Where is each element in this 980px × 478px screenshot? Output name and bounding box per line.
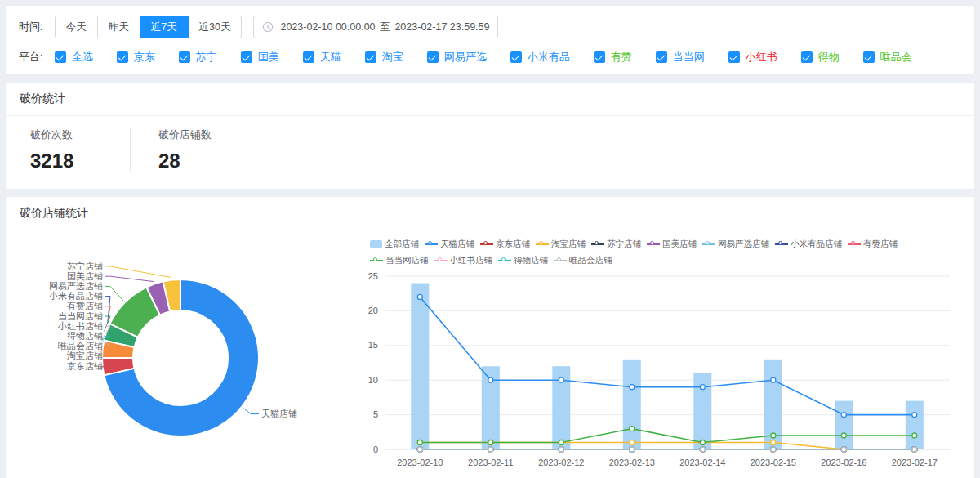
shop-distribution-donut-chart: 苏宁店铺国美店铺网易严选店铺小米有品店铺有赞店铺当当网店铺小红书店铺得物店铺唯品… xyxy=(9,234,352,476)
line-marker[interactable] xyxy=(841,413,846,418)
line-marker[interactable] xyxy=(630,427,635,431)
donut-chart-canvas: 苏宁店铺国美店铺网易严选店铺小米有品店铺有赞店铺当当网店铺小红书店铺得物店铺唯品… xyxy=(9,234,352,472)
platform-checkbox-item-0[interactable]: 全选 xyxy=(55,50,93,65)
platform-label: 网易严选 xyxy=(444,50,487,65)
y-axis-tick-label: 15 xyxy=(368,340,378,350)
legend-dot-icon xyxy=(706,241,710,245)
date-end-value[interactable]: 2023-02-17 23:59:59 xyxy=(394,21,489,33)
checkbox-checked-icon[interactable] xyxy=(241,51,252,63)
line-marker[interactable] xyxy=(488,440,493,445)
date-start-value[interactable]: 2023-02-10 00:00:00 xyxy=(280,21,375,33)
legend-item-1[interactable]: 天猫店铺 xyxy=(425,239,474,250)
y-axis-tick-label: 5 xyxy=(373,409,378,419)
checkbox-checked-icon[interactable] xyxy=(179,51,190,63)
stat-value: 28 xyxy=(158,150,212,172)
x-axis-tick-label: 2023-02-13 xyxy=(609,458,655,467)
line-marker[interactable] xyxy=(559,447,564,452)
checkbox-checked-icon[interactable] xyxy=(303,51,314,63)
line-marker[interactable] xyxy=(417,440,422,445)
platform-checkbox-item-12[interactable]: 唯品会 xyxy=(863,50,912,65)
line-marker[interactable] xyxy=(630,385,635,390)
bar[interactable] xyxy=(411,284,429,450)
legend-item-6[interactable]: 网易严选店铺 xyxy=(702,239,769,250)
platform-checkbox-item-10[interactable]: 小红书 xyxy=(728,50,777,65)
checkbox-checked-icon[interactable] xyxy=(728,51,740,63)
date-range-picker[interactable]: 2023-02-10 00:00:00 至 2023-02-17 23:59:5… xyxy=(253,16,498,38)
legend-item-0[interactable]: 全部店铺 xyxy=(370,239,419,250)
checkbox-checked-icon[interactable] xyxy=(365,51,376,63)
platform-checkbox-item-2[interactable]: 苏宁 xyxy=(179,50,217,65)
line-marker[interactable] xyxy=(417,294,422,299)
platform-checkbox-item-11[interactable]: 得物 xyxy=(801,50,840,65)
time-button-last-30-days[interactable]: 近30天 xyxy=(188,16,243,38)
time-button-last-7-days[interactable]: 近7天 xyxy=(140,16,189,38)
platform-checkbox-item-8[interactable]: 有赞 xyxy=(594,50,632,65)
legend-item-11[interactable]: 得物店铺 xyxy=(498,255,548,266)
line-marker[interactable] xyxy=(771,433,776,438)
shop-stats-panel: 破价店铺统计 苏宁店铺国美店铺网易严选店铺小米有品店铺有赞店铺当当网店铺小红书店… xyxy=(5,196,975,478)
legend-line-icon xyxy=(591,243,604,245)
legend-label: 淘宝店铺 xyxy=(551,239,586,250)
bar[interactable] xyxy=(906,401,924,449)
bar[interactable] xyxy=(835,401,853,449)
platform-checkbox-item-7[interactable]: 小米有品 xyxy=(510,50,570,65)
line-marker[interactable] xyxy=(912,413,917,418)
legend-label: 天猫店铺 xyxy=(440,239,474,250)
clock-icon xyxy=(262,21,274,33)
line-marker[interactable] xyxy=(559,440,564,445)
checkbox-checked-icon[interactable] xyxy=(427,51,439,63)
legend-item-7[interactable]: 小米有品店铺 xyxy=(775,239,842,250)
legend-item-9[interactable]: 当当网店铺 xyxy=(370,255,429,266)
checkbox-checked-icon[interactable] xyxy=(801,51,813,63)
legend-dot-icon xyxy=(438,257,442,261)
platform-checkbox-item-1[interactable]: 京东 xyxy=(117,50,155,65)
donut-slice-label: 小米有品店铺 xyxy=(48,291,103,301)
line-marker[interactable] xyxy=(841,433,846,438)
legend-dot-icon xyxy=(650,241,654,245)
line-marker[interactable] xyxy=(771,447,776,452)
line-marker[interactable] xyxy=(700,447,705,452)
platform-checkbox-item-6[interactable]: 网易严选 xyxy=(427,50,487,65)
legend-item-12[interactable]: 唯品会店铺 xyxy=(554,255,612,266)
line-marker[interactable] xyxy=(912,447,917,452)
platform-checkbox-item-5[interactable]: 淘宝 xyxy=(365,50,403,65)
x-axis-tick-label: 2023-02-12 xyxy=(538,458,584,467)
line-marker[interactable] xyxy=(630,447,635,452)
legend-dot-icon xyxy=(778,241,782,245)
legend-item-3[interactable]: 淘宝店铺 xyxy=(536,239,586,250)
time-button-yesterday[interactable]: 昨天 xyxy=(97,16,140,38)
legend-item-2[interactable]: 京东店铺 xyxy=(480,239,530,250)
legend-dot-icon xyxy=(428,241,432,245)
checkbox-checked-icon[interactable] xyxy=(117,51,128,63)
line-marker[interactable] xyxy=(700,440,705,445)
platform-label: 小红书 xyxy=(746,50,777,65)
legend-item-8[interactable]: 有赞店铺 xyxy=(848,239,898,250)
checkbox-checked-icon[interactable] xyxy=(510,51,522,63)
line-marker[interactable] xyxy=(559,377,564,382)
bar[interactable] xyxy=(623,360,641,449)
line-marker[interactable] xyxy=(771,440,776,445)
legend-item-10[interactable]: 小红书店铺 xyxy=(434,255,493,266)
checkbox-checked-icon[interactable] xyxy=(656,51,667,63)
x-axis-tick-label: 2023-02-16 xyxy=(821,458,866,467)
line-marker[interactable] xyxy=(488,377,493,382)
platform-checkbox-item-4[interactable]: 天猫 xyxy=(303,50,341,65)
time-button-today[interactable]: 今天 xyxy=(55,16,98,38)
legend-dot-icon xyxy=(595,241,599,245)
legend-line-icon xyxy=(425,243,438,245)
checkbox-checked-icon[interactable] xyxy=(863,51,875,63)
checkbox-checked-icon[interactable] xyxy=(55,51,66,63)
legend-item-5[interactable]: 国美店铺 xyxy=(647,239,697,250)
platform-checkbox-item-9[interactable]: 当当网 xyxy=(656,50,705,65)
platform-checkbox-item-3[interactable]: 国美 xyxy=(241,50,279,65)
dashboard-page: 时间: 今天昨天近7天近30天 2023-02-10 00:00:00 至 20… xyxy=(5,5,975,478)
legend-item-4[interactable]: 苏宁店铺 xyxy=(591,239,641,250)
line-marker[interactable] xyxy=(841,447,846,452)
line-marker[interactable] xyxy=(700,385,705,390)
line-marker[interactable] xyxy=(488,447,493,452)
line-marker[interactable] xyxy=(417,447,422,452)
line-marker[interactable] xyxy=(771,377,776,382)
line-marker[interactable] xyxy=(912,433,917,438)
checkbox-checked-icon[interactable] xyxy=(594,51,605,63)
line-marker[interactable] xyxy=(630,440,635,445)
